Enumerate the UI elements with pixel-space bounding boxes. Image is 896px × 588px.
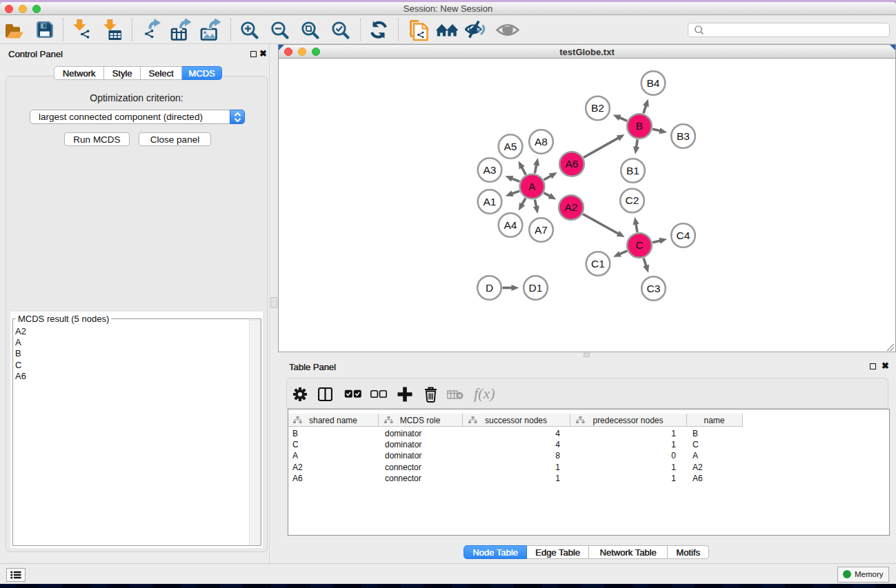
svg-text:A1: A1 (484, 196, 497, 207)
svg-text:B4: B4 (647, 77, 660, 89)
svg-text:B3: B3 (677, 130, 690, 142)
svg-text:B: B (636, 120, 643, 132)
svg-text:C4: C4 (677, 230, 690, 241)
svg-text:B2: B2 (591, 102, 604, 114)
svg-text:C1: C1 (591, 258, 605, 270)
svg-text:A6: A6 (566, 158, 579, 170)
svg-text:A: A (528, 181, 536, 192)
svg-text:C3: C3 (647, 283, 661, 294)
svg-text:A5: A5 (504, 141, 517, 152)
svg-text:D: D (486, 282, 493, 294)
svg-text:A4: A4 (504, 219, 517, 231)
svg-text:C: C (635, 239, 643, 251)
svg-text:C2: C2 (626, 194, 639, 206)
svg-text:A8: A8 (535, 136, 548, 148)
svg-text:A3: A3 (484, 164, 497, 176)
svg-text:D1: D1 (529, 282, 543, 294)
svg-text:A7: A7 (535, 224, 548, 236)
svg-text:A2: A2 (565, 201, 578, 213)
svg-text:B1: B1 (626, 165, 639, 176)
